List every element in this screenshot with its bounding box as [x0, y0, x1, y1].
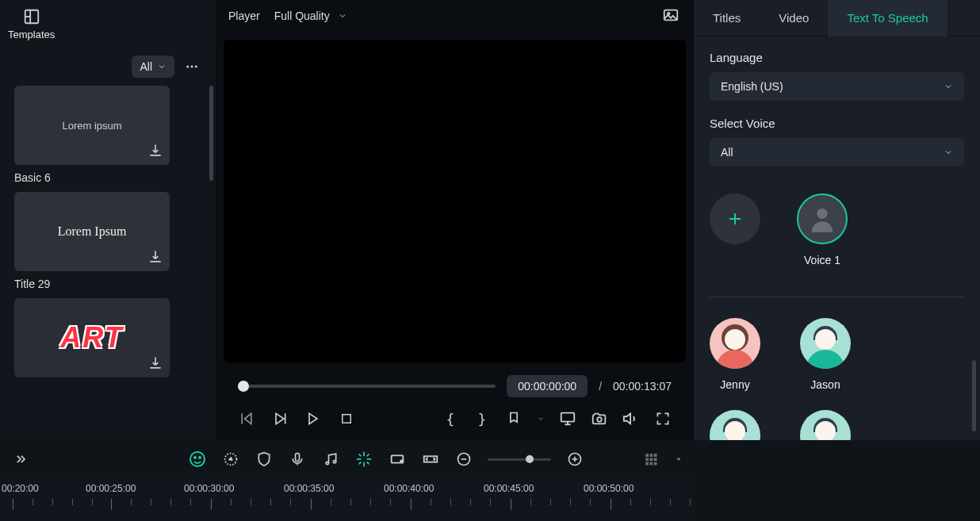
- monitor-icon: [559, 410, 576, 427]
- templates-label: Templates: [8, 29, 55, 40]
- chevron-down-icon: [157, 62, 167, 71]
- scrubber[interactable]: [238, 380, 496, 393]
- grid-button[interactable]: [641, 450, 660, 469]
- snapshot-button[interactable]: [591, 410, 608, 427]
- video-preview: [224, 40, 686, 362]
- download-icon[interactable]: [147, 249, 163, 265]
- expand-button[interactable]: [11, 450, 30, 469]
- step-forward-icon: [305, 411, 321, 427]
- divider: [710, 297, 964, 297]
- chevron-down-icon: [338, 11, 347, 21]
- svg-point-4: [191, 66, 193, 68]
- ruler-label: 00:00:45:00: [484, 483, 534, 494]
- voice-bob[interactable]: Bob: [800, 410, 851, 440]
- svg-rect-51: [654, 458, 657, 462]
- avatar: [710, 318, 760, 369]
- voice-jason[interactable]: Jason: [800, 318, 851, 391]
- voice-item[interactable]: Voice 1: [797, 193, 848, 266]
- tab-video[interactable]: Video: [760, 0, 828, 36]
- voice-name: Voice 1: [804, 254, 840, 266]
- template-label: Title 29: [14, 278, 201, 290]
- time-duration: 00:00:13:07: [613, 380, 672, 393]
- marker-icon: [506, 411, 522, 427]
- svg-line-34: [359, 454, 362, 457]
- filter-value: All: [140, 60, 152, 73]
- plus-icon: [725, 209, 745, 228]
- scrollbar[interactable]: [209, 86, 213, 181]
- svg-marker-8: [245, 413, 251, 423]
- svg-point-23: [194, 457, 196, 458]
- template-item[interactable]: ART: [14, 298, 201, 377]
- cut-button[interactable]: [354, 450, 373, 469]
- add-voice-button[interactable]: [710, 193, 760, 244]
- fit-button[interactable]: [421, 450, 440, 469]
- volume-button[interactable]: [622, 410, 640, 427]
- tab-text-to-speech[interactable]: Text To Speech: [828, 0, 947, 36]
- plus-circle-icon: [567, 451, 583, 467]
- templates-tab[interactable]: Templates: [8, 8, 55, 40]
- audio-button[interactable]: [321, 450, 340, 469]
- voice-jenny[interactable]: Jenny: [710, 318, 760, 391]
- download-icon[interactable]: [147, 355, 163, 371]
- ruler-label: 00:00:35:00: [284, 483, 334, 494]
- template-item[interactable]: Lorem Ipsum Title 29: [14, 192, 201, 290]
- svg-point-17: [597, 417, 602, 422]
- marker-tool-button[interactable]: [255, 450, 274, 469]
- svg-point-5: [195, 66, 197, 68]
- avatar: [800, 410, 851, 440]
- voice-mark[interactable]: Mark: [710, 410, 760, 440]
- timeline-ruler[interactable]: 00:20:00 00:00:25:00 00:00:30:00 00:00:3…: [0, 478, 694, 521]
- svg-rect-47: [650, 454, 653, 457]
- chevron-down-icon[interactable]: [675, 455, 683, 463]
- fullscreen-button[interactable]: [654, 410, 672, 427]
- skip-back-icon: [239, 411, 255, 427]
- next-frame-button[interactable]: [304, 410, 322, 427]
- zoom-in-button[interactable]: [565, 450, 584, 469]
- template-filter-select[interactable]: All: [132, 56, 174, 78]
- download-icon[interactable]: [147, 143, 163, 159]
- voice-filter-select[interactable]: All: [710, 138, 964, 167]
- svg-point-24: [199, 457, 201, 458]
- ruler-label: 00:00:40:00: [384, 483, 434, 494]
- more-button[interactable]: [181, 56, 203, 78]
- fullscreen-icon: [655, 411, 671, 427]
- chevron-down-icon[interactable]: [537, 415, 545, 423]
- select-voice-label: Select Voice: [710, 117, 964, 130]
- quality-select[interactable]: Full Quality: [274, 10, 347, 22]
- language-select[interactable]: English (US): [710, 72, 964, 101]
- svg-rect-46: [645, 454, 649, 457]
- play-button[interactable]: [271, 410, 289, 427]
- svg-point-29: [333, 461, 335, 463]
- scrollbar[interactable]: [972, 360, 976, 431]
- display-button[interactable]: [559, 410, 576, 427]
- ruler-label: 00:00:25:00: [86, 483, 136, 494]
- language-value: English (US): [721, 80, 783, 93]
- camera-icon: [591, 410, 608, 427]
- volume-icon: [622, 410, 640, 427]
- shield-icon: [256, 451, 272, 467]
- voiceover-button[interactable]: [288, 450, 307, 469]
- dots-icon: [185, 59, 199, 74]
- range-button[interactable]: [388, 450, 407, 469]
- ruler-label: 00:20:00: [2, 483, 39, 494]
- zoom-slider[interactable]: [488, 458, 551, 461]
- tab-titles[interactable]: Titles: [694, 0, 760, 36]
- thumb-preview: Lorem ipsum: [62, 120, 121, 132]
- thumb-preview: Lorem Ipsum: [58, 224, 127, 239]
- svg-marker-12: [309, 413, 317, 423]
- mark-out-button[interactable]: }: [473, 410, 491, 427]
- stop-button[interactable]: [338, 410, 355, 427]
- prev-frame-button[interactable]: [238, 410, 255, 427]
- zoom-out-button[interactable]: [454, 450, 473, 469]
- image-icon: [662, 6, 679, 24]
- marker-button[interactable]: [505, 410, 523, 427]
- svg-line-36: [359, 462, 362, 465]
- player-label: Player: [228, 10, 260, 22]
- template-item[interactable]: Lorem ipsum Basic 6: [14, 86, 201, 184]
- mark-in-button[interactable]: {: [442, 410, 459, 427]
- grid-icon: [644, 452, 658, 466]
- effects-button[interactable]: [188, 450, 207, 469]
- svg-point-26: [229, 458, 232, 461]
- keyframe-button[interactable]: [221, 450, 240, 469]
- snapshot-preview-button[interactable]: [662, 6, 681, 25]
